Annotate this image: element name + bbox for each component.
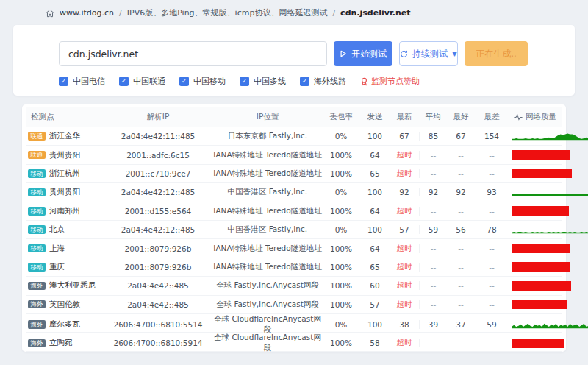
cell-best: 67 — [447, 132, 475, 141]
cell-ip: 2001::8079:926b — [103, 244, 213, 253]
cell-sent: 57 — [360, 300, 390, 309]
column-header-label: 网络质量 — [526, 112, 556, 122]
cell-latest: 超时 — [390, 300, 419, 310]
isp-badge: 移动 — [28, 169, 46, 178]
column-header-2: IP位置 — [213, 112, 322, 122]
timeout-bar — [512, 206, 569, 216]
cell-best: -- — [447, 263, 475, 272]
continuous-test-button[interactable]: 持续测试 ▼ — [399, 41, 458, 66]
cell-worst: -- — [475, 263, 509, 272]
table-row: 移动河南郑州2001::d155:e564IANA特殊地址 Teredo隧道地址… — [26, 202, 562, 221]
cell-network-quality — [509, 202, 569, 220]
chevron-down-icon: ▼ — [452, 50, 457, 57]
cell-loss: 100% — [322, 300, 360, 309]
node-name: 贵州贵阳 — [49, 150, 80, 160]
cell-avg: -- — [419, 169, 447, 178]
breadcrumb-separator: / — [119, 8, 122, 18]
cell-ip: 2001::8079:926b — [103, 263, 213, 272]
node-name: 北京 — [49, 224, 65, 235]
latency-sparkline — [512, 224, 588, 235]
table-row: 移动上海2001::8079:926bIANA特殊地址 Teredo隧道地址10… — [26, 239, 562, 258]
cell-ip: 2a04:4e42:12::485 — [103, 188, 213, 196]
cell-loss: 0% — [322, 132, 360, 141]
cell-ip: 2606:4700::6810:5514 — [103, 320, 213, 329]
isp-checkbox-0[interactable]: ✓中国电信 — [59, 76, 105, 87]
host-input[interactable] — [59, 41, 327, 66]
column-header-4: 发送 — [360, 112, 390, 122]
cell-worst: 154 — [475, 132, 509, 141]
cell-best: -- — [447, 300, 475, 309]
cell-sent: 100 — [360, 132, 390, 141]
timeout-bar — [512, 262, 570, 272]
isp-badge: 海外 — [28, 300, 46, 309]
cell-network-quality — [509, 146, 570, 163]
checkbox-checked-icon: ✓ — [179, 77, 189, 86]
table-row: 海外立陶宛2606:4700::6810:5914全球 CloudflareIn… — [26, 333, 562, 351]
start-test-button[interactable]: 开始测试 — [334, 41, 392, 66]
cell-node: 移动贵州贵阳 — [26, 187, 103, 197]
isp-badge: 海外 — [28, 339, 46, 348]
breadcrumb-current[interactable]: cdn.jsdelivr.net — [340, 8, 410, 18]
cell-avg: 85 — [419, 132, 447, 141]
cell-avg: -- — [419, 244, 447, 253]
cell-location: 日本东京都 Fastly,Inc. — [213, 131, 322, 141]
cell-network-quality — [509, 296, 567, 313]
cell-latest: 超时 — [390, 244, 419, 254]
cell-sent: 100 — [360, 225, 390, 234]
isp-checkbox-4[interactable]: ✓海外线路 — [300, 76, 346, 87]
cell-worst: 78 — [475, 225, 509, 234]
cell-worst: -- — [475, 151, 509, 160]
timeout-bar — [512, 169, 572, 178]
isp-checkbox-3[interactable]: ✓中国多线 — [240, 76, 286, 87]
cell-node: 移动河南郑州 — [26, 206, 103, 216]
cell-worst: 93 — [475, 188, 509, 196]
cell-loss: 100% — [322, 281, 360, 290]
cell-node: 海外摩尔多瓦 — [26, 319, 103, 330]
cell-latest: 92 — [390, 188, 419, 196]
latency-sparkline — [512, 319, 588, 330]
node-name: 浙江金华 — [49, 131, 80, 141]
cell-worst: -- — [475, 281, 509, 290]
cell-best: 92 — [447, 188, 475, 196]
cell-location: 全球 Fastly,Inc.Anycast网段 — [213, 280, 322, 291]
isp-checkbox-label: 海外线路 — [314, 76, 346, 87]
cell-location: IANA特殊地址 Teredo隧道地址 — [213, 244, 322, 254]
cell-location: IANA特殊地址 Teredo隧道地址 — [213, 206, 322, 216]
isp-badge: 联通 — [28, 151, 46, 160]
generating-button[interactable]: 正在生成.. — [465, 41, 528, 66]
isp-badge: 移动 — [28, 207, 46, 216]
cell-network-quality — [509, 239, 570, 257]
breadcrumb-site[interactable]: www.itdog.cn — [60, 8, 114, 18]
cell-latest: 超时 — [390, 262, 419, 272]
checkbox-checked-icon: ✓ — [59, 77, 68, 86]
table-row: 海外澳大利亚悉尼2a04:4e42::485全球 Fastly,Inc.Anyc… — [26, 277, 562, 295]
cell-location: 中国香港区 Fastly,Inc. — [213, 187, 322, 197]
cell-network-quality — [509, 314, 588, 335]
timeout-bar — [512, 150, 570, 160]
cell-sent: 100 — [360, 320, 390, 329]
checkbox-checked-icon: ✓ — [300, 77, 309, 86]
cell-avg: 59 — [419, 225, 447, 234]
node-name: 上海 — [49, 244, 65, 254]
cell-ip: 2a04:4e42:11::485 — [103, 132, 213, 141]
table-row: 海外英国伦敦2a04:4e42::485全球 Fastly,Inc.Anycas… — [26, 296, 562, 314]
node-name: 英国伦敦 — [49, 300, 80, 310]
cell-best: -- — [447, 244, 475, 253]
cell-worst: 59 — [475, 320, 509, 329]
cell-worst: -- — [475, 339, 509, 347]
cell-node: 海外立陶宛 — [26, 338, 103, 348]
cell-ip: 2001::d155:e564 — [103, 207, 213, 216]
isp-checkbox-1[interactable]: ✓中国联通 — [119, 76, 165, 87]
cell-loss: 100% — [322, 244, 360, 253]
timeout-bar — [512, 244, 570, 253]
cell-node: 联通浙江金华 — [26, 131, 103, 141]
sponsor-link[interactable]: 监测节点赞助 — [360, 76, 420, 87]
isp-checkbox-2[interactable]: ✓中国移动 — [179, 76, 226, 87]
breadcrumb-section: IPV6版、多地Ping、常规版、icmp协议、网络延迟测试 — [127, 7, 328, 18]
isp-checkbox-label: 中国联通 — [133, 76, 165, 87]
cell-node: 移动浙江杭州 — [26, 169, 103, 179]
cell-latest: 超时 — [390, 206, 419, 216]
timeout-bar — [512, 281, 571, 291]
node-name: 重庆 — [49, 262, 65, 272]
cell-network-quality — [509, 258, 570, 276]
